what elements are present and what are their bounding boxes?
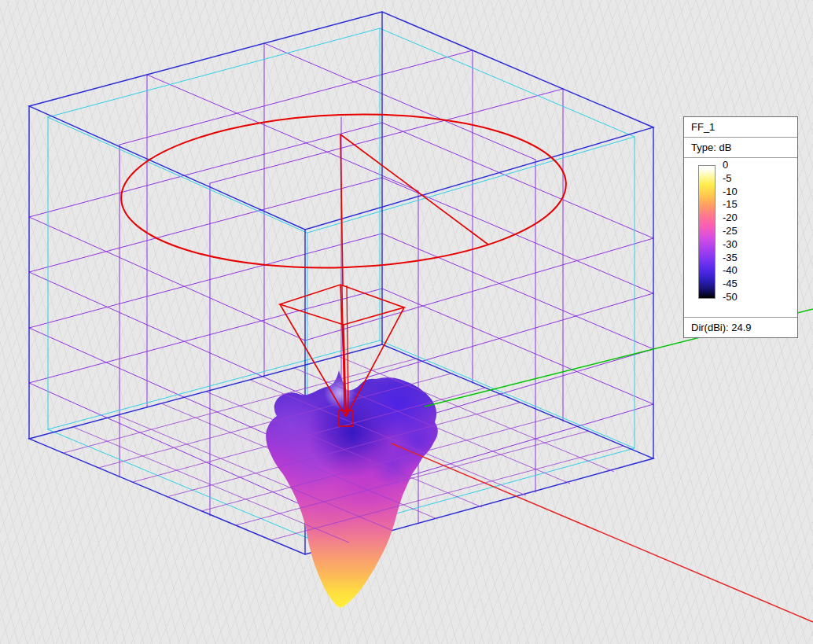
theta-circle — [119, 107, 568, 285]
colorbar-tick: -15 — [723, 199, 738, 210]
colorbar-tick: -45 — [723, 278, 738, 289]
colorbar-ticks: 0 -5 -10 -15 -20 -25 -30 -35 -40 -45 -50 — [723, 160, 738, 303]
legend-colorbar-section: 0 -5 -10 -15 -20 -25 -30 -35 -40 -45 -50 — [684, 158, 797, 318]
colorbar-tick: 0 — [723, 160, 738, 171]
colorbar-tick: -40 — [723, 265, 738, 276]
colorbar-tick: -5 — [723, 173, 738, 184]
legend-title: FF_1 — [684, 117, 797, 138]
colorbar-tick: -20 — [723, 212, 738, 223]
colorbar-tick: -10 — [723, 186, 738, 197]
axis-line-red — [392, 443, 813, 622]
legend-directivity: Dir(dBi): 24.9 — [684, 318, 797, 337]
colorbar-tick: -50 — [723, 292, 738, 303]
legend-type-label: Type: dB — [684, 138, 797, 158]
legend-panel: FF_1 Type: dB 0 -5 -10 -15 -20 -25 -30 -… — [683, 116, 798, 338]
colorbar-tick: -25 — [723, 226, 738, 237]
colorbar-tick: -30 — [723, 239, 738, 250]
colorbar-gradient — [698, 165, 716, 299]
colorbar-tick: -35 — [723, 252, 738, 263]
